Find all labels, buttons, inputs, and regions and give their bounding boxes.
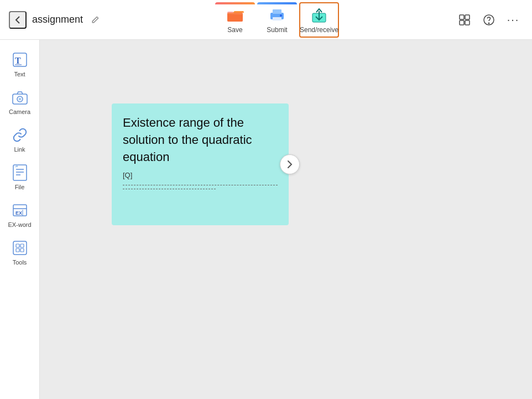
svg-rect-1 [227, 13, 243, 22]
submit-icon [268, 6, 286, 24]
sidebar-item-text[interactable]: T Text [2, 46, 38, 82]
canvas-area: Existence range of the solution to the q… [40, 40, 532, 399]
send-receive-button[interactable]: Send/receive [299, 2, 339, 38]
svg-rect-33 [20, 248, 24, 252]
svg-rect-12 [465, 20, 470, 25]
svg-point-14 [488, 23, 489, 24]
link-label: Link [14, 146, 25, 153]
edit-icon[interactable] [91, 15, 100, 24]
sidebar: T Text Camera [0, 40, 40, 399]
sidebar-item-file[interactable]: File [2, 159, 38, 195]
svg-point-5 [280, 14, 282, 17]
submit-label: Submit [267, 26, 287, 34]
header-right: ··· [455, 10, 523, 30]
svg-rect-32 [16, 248, 19, 252]
save-button[interactable]: Save [215, 2, 255, 38]
card-divider-2 [123, 189, 216, 189]
svg-rect-3 [273, 9, 281, 14]
svg-rect-29 [13, 241, 27, 255]
question-card[interactable]: Existence range of the solution to the q… [112, 103, 289, 225]
link-icon [11, 126, 29, 144]
card-title: Existence range of the solution to the q… [123, 115, 278, 165]
tools-icon [11, 239, 29, 257]
sidebar-item-camera[interactable]: Camera [2, 84, 38, 120]
card-divider-1 [123, 185, 278, 185]
tools-label: Tools [13, 259, 27, 266]
page-title: assignment [32, 14, 83, 25]
svg-text:EX: EX [15, 210, 22, 216]
header-left: assignment [9, 11, 100, 29]
more-button[interactable]: ··· [503, 10, 523, 30]
grid-view-button[interactable] [455, 10, 474, 30]
save-label: Save [227, 26, 242, 34]
send-receive-label: Send/receive [300, 26, 338, 34]
sidebar-item-link[interactable]: Link [2, 122, 38, 157]
svg-rect-4 [273, 17, 281, 20]
exword-label: EX-word [8, 221, 31, 228]
file-icon [11, 164, 29, 182]
file-label: File [15, 184, 25, 190]
header: assignment Save [0, 0, 532, 40]
header-toolbar: Save Submit [215, 2, 339, 38]
svg-rect-10 [465, 15, 470, 19]
svg-text:T: T [15, 56, 21, 65]
send-receive-icon [310, 6, 328, 24]
camera-label: Camera [9, 108, 30, 115]
svg-point-20 [18, 98, 21, 101]
exword-icon: EX [11, 201, 29, 219]
save-icon [226, 6, 244, 24]
main-area: T Text Camera [0, 40, 532, 399]
svg-rect-11 [460, 20, 464, 25]
card-tag: [Q] [123, 171, 278, 179]
svg-rect-30 [16, 244, 19, 247]
svg-rect-21 [13, 165, 27, 180]
sidebar-item-tools[interactable]: Tools [2, 235, 38, 270]
help-button[interactable] [479, 10, 499, 30]
text-label: Text [14, 71, 25, 77]
sidebar-item-exword[interactable]: EX EX-word [2, 197, 38, 232]
camera-icon [11, 89, 29, 106]
text-icon: T [11, 51, 29, 69]
submit-button[interactable]: Submit [257, 2, 297, 38]
svg-rect-9 [460, 15, 464, 19]
card-next-button[interactable] [280, 154, 300, 174]
back-button[interactable] [9, 11, 27, 29]
svg-rect-31 [20, 244, 24, 247]
